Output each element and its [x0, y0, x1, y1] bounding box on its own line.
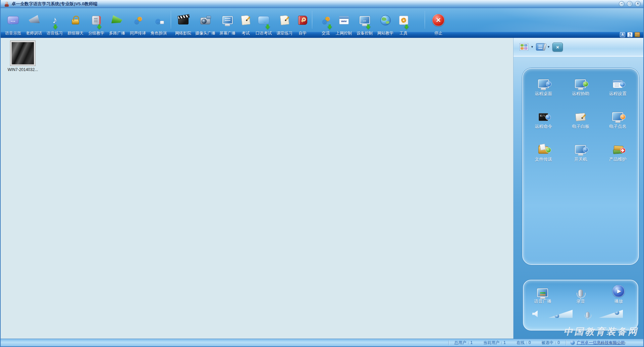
- cross-tools-icon: ×: [556, 44, 559, 50]
- grid-icon: [520, 43, 528, 51]
- e-whiteboard-item[interactable]: 电子白板: [562, 107, 599, 140]
- audio-panel: 语音广播 录音 ▶ 播放: [523, 280, 638, 331]
- remote-command-item[interactable]: C:\ 远程命令: [525, 107, 562, 140]
- expand-arrow-icon: [327, 26, 332, 29]
- client-screen-thumbnail: [10, 41, 36, 66]
- tool-label: 自学: [299, 30, 307, 36]
- tool-exam[interactable]: 考试: [238, 8, 253, 38]
- view-dropdown-arrow-icon[interactable]: ▼: [547, 45, 550, 49]
- tool-communication[interactable]: ☻☻ 交流: [318, 8, 333, 38]
- company-link[interactable]: 广州卓一信息科技有限公司: [577, 340, 625, 346]
- restore-button[interactable]: □: [627, 1, 633, 7]
- e-rollcall-item[interactable]: 电子点名: [599, 107, 636, 140]
- tool-teacher-speech[interactable]: 老师训话: [23, 8, 44, 38]
- tool-multi-broadcast[interactable]: 多路广播: [107, 8, 127, 38]
- tool-label: 网络影院: [175, 30, 191, 36]
- books-maintenance-icon: [613, 146, 623, 154]
- person-card-icon: ☻: [153, 15, 164, 25]
- monitor-icon: [222, 16, 233, 24]
- minimize-button[interactable]: −: [619, 1, 625, 7]
- tool-self-study[interactable]: 自学: [295, 8, 310, 38]
- exam-paper-icon: [241, 15, 250, 25]
- monitor-globe-icon: [538, 79, 549, 88]
- mic-volume-knob[interactable]: [614, 310, 620, 315]
- megaphone-icon: [28, 15, 40, 25]
- panel-toolbar: ▼ ▼ ×: [514, 38, 643, 57]
- tool-voice-practice[interactable]: ♪ 语音练习: [44, 8, 65, 38]
- two-people-icon: ☻☻: [132, 15, 144, 25]
- people-exchange-icon: ☻☻: [320, 15, 331, 25]
- waveform-icon: [540, 292, 545, 293]
- folder-files-icon: [538, 146, 548, 154]
- speaker-volume-knob[interactable]: [554, 314, 559, 319]
- stop-icon: ×: [432, 14, 444, 26]
- tool-label: 摄像头广播: [195, 30, 215, 36]
- remote-settings-item[interactable]: 远程设置: [599, 74, 636, 107]
- tool-group-teaching[interactable]: 分组教学: [86, 8, 107, 38]
- remote-assist-item[interactable]: 远程协助: [562, 74, 599, 107]
- client-name-label: WIN7-2014032...: [8, 67, 38, 72]
- tool-device-control[interactable]: ↔ 设备控制: [354, 8, 375, 38]
- tool-net-cinema[interactable]: 网络影院: [173, 8, 194, 38]
- right-panel: ▼ ▼ × 远程桌面 远程协助 远程设置: [514, 38, 643, 339]
- tool-web-teaching[interactable]: 网站教学: [375, 8, 396, 38]
- tool-screen-broadcast[interactable]: 屏幕广播: [217, 8, 238, 38]
- mic-volume-slider[interactable]: [599, 310, 623, 318]
- product-maintenance-item[interactable]: 产品维护: [599, 140, 636, 172]
- voice-broadcast-item[interactable]: 语音广播: [524, 284, 561, 304]
- tool-label: 考试: [241, 30, 250, 36]
- tool-label: 停止: [434, 30, 442, 36]
- file-transfer-item[interactable]: 文件传送: [525, 140, 562, 172]
- speaker-icon[interactable]: [532, 310, 540, 317]
- play-item[interactable]: ▶ 播放: [600, 284, 638, 304]
- tool-simultaneous-interpret[interactable]: ☻☻ 同声传译: [127, 8, 148, 38]
- tool-label: 角色扮演: [151, 30, 167, 36]
- power-onoff-item[interactable]: 开关机: [562, 140, 599, 172]
- lock-icon: [72, 19, 79, 24]
- gear-icon: [399, 16, 408, 25]
- help-button[interactable]: ?: [627, 32, 633, 37]
- tool-label: 群组聊天: [67, 30, 84, 36]
- tool-class-exercise[interactable]: 课堂练习: [274, 8, 295, 38]
- tool-label: 课堂练习: [276, 30, 292, 36]
- tool-label: 语音练习: [47, 30, 63, 36]
- tool-oral-exam[interactable]: 口语考试: [253, 8, 274, 38]
- exit-button[interactable]: ←: [635, 32, 640, 37]
- tool-label: 语音示范: [5, 30, 21, 36]
- app-window: 卓一全数字语言学习系统(专业版)V5.0教师端 − □ × … 语音示范 老师训…: [0, 0, 644, 347]
- tool-camera-broadcast[interactable]: 摄像头广播: [194, 8, 217, 38]
- tool-label: 老师训话: [26, 30, 42, 36]
- expand-arrow-icon: [366, 26, 371, 29]
- layout-grid-button[interactable]: [520, 43, 528, 51]
- record-item[interactable]: 录音: [561, 284, 599, 304]
- camcorder-icon: [200, 17, 210, 24]
- speech-bubble-icon: [258, 16, 269, 24]
- toolbar-separator: [425, 11, 425, 29]
- tool-label: 网站教学: [377, 30, 393, 36]
- tool-role-play[interactable]: ☻ 角色扮演: [148, 8, 169, 38]
- tool-internet-control[interactable]: www 上网控制: [333, 8, 354, 38]
- panel-tools-button[interactable]: ×: [552, 43, 563, 52]
- globe-icon: [380, 15, 391, 25]
- toolbar-separator: [312, 11, 312, 29]
- client-desktop-area[interactable]: WIN7-2014032...: [1, 38, 514, 339]
- close-button[interactable]: ×: [635, 1, 641, 7]
- grid-dropdown-arrow-icon[interactable]: ▼: [531, 45, 534, 49]
- client-thumbnail-item[interactable]: WIN7-2014032...: [4, 41, 42, 72]
- tool-tools[interactable]: 工具: [396, 8, 411, 38]
- tool-label: 上网控制: [336, 30, 352, 36]
- remote-desktop-item[interactable]: 远程桌面: [525, 74, 562, 107]
- window-globe-icon: [613, 80, 623, 88]
- mic-volume-icon[interactable]: [586, 312, 590, 318]
- tool-stop[interactable]: × 停止: [431, 8, 446, 38]
- tool-label: 交流: [322, 30, 330, 36]
- monitor-person-icon: [612, 112, 623, 121]
- expand-arrow-icon: [97, 26, 102, 29]
- globe-icon: [570, 340, 575, 345]
- tool-voice-demo[interactable]: … 语音示范: [3, 8, 23, 38]
- app-logo-icon: [4, 1, 9, 7]
- speaker-volume-slider[interactable]: [548, 310, 573, 318]
- font-settings-button[interactable]: A: [620, 32, 625, 37]
- tool-group-chat[interactable]: 群组聊天: [65, 8, 86, 38]
- view-settings-button[interactable]: [536, 43, 545, 51]
